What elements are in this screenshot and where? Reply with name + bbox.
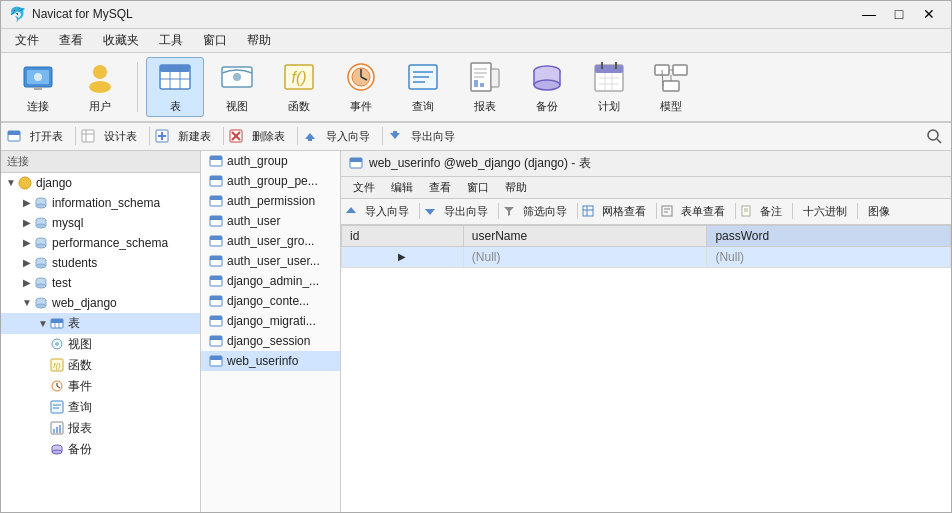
table-tool-image[interactable]: 图像 [862,201,896,222]
tree-label-test: test [52,276,71,290]
backup-folder-icon [49,441,65,457]
col-header-id[interactable]: id [342,225,464,246]
toolbar-event[interactable]: 事件 [332,57,390,117]
table-item-auth-group[interactable]: auth_group [201,151,340,171]
subtoolbar-new[interactable]: 新建表 [171,125,218,147]
cell-password[interactable]: (Null) [707,246,951,267]
menu-window[interactable]: 窗口 [193,30,237,51]
col-header-password[interactable]: passWord [707,225,951,246]
row-arrow-cell: ▶ [342,246,464,267]
table-tool-grid[interactable]: 网格查看 [596,201,652,222]
table-tool-hex[interactable]: 十六进制 [797,201,853,222]
toolbar-connect[interactable]: 连接 [9,57,67,117]
subtoolbar-delete[interactable]: 删除表 [245,125,292,147]
svg-rect-3 [34,87,42,90]
toolbar-view[interactable]: 视图 [208,57,266,117]
cell-username[interactable]: (Null) [463,246,707,267]
svg-rect-24 [491,69,499,87]
expand-arrow: ▶ [21,217,33,228]
table-item-icon [209,274,223,288]
report-icon [467,59,503,95]
menu-help[interactable]: 帮助 [237,30,281,51]
table-menu-edit[interactable]: 编辑 [383,179,421,196]
toolbar-model[interactable]: 模型 [642,57,700,117]
event-icon [343,59,379,95]
view-folder-icon [49,336,65,352]
table-item-auth-permission[interactable]: auth_permission [201,191,340,211]
right-panel: web_userinfo @web_django (django) - 表 文件… [341,151,951,512]
table-tool-import[interactable]: 导入向导 [359,201,415,222]
table-tool-form[interactable]: 表单查看 [675,201,731,222]
col-header-username[interactable]: userName [463,225,707,246]
export-icon [424,205,436,217]
tree-mysql[interactable]: ▶ mysql [1,213,200,233]
toolbar-model-label: 模型 [660,99,682,114]
table-item-django-conte[interactable]: django_conte... [201,291,340,311]
svg-rect-139 [210,356,222,360]
table-item-django-session[interactable]: django_session [201,331,340,351]
toolbar-table-label: 表 [170,99,181,114]
menu-favorites[interactable]: 收藏夹 [93,30,149,51]
subtoolbar-design[interactable]: 设计表 [97,125,144,147]
toolbar-user[interactable]: 用户 [71,57,129,117]
tree-info-schema[interactable]: ▶ information_schema [1,193,200,213]
table-menu-view[interactable]: 查看 [421,179,459,196]
table-item-auth-user-gro[interactable]: auth_user_gro... [201,231,340,251]
tree-folder-backup[interactable]: ▶ 备份 [1,439,200,460]
tree-folder-event[interactable]: ▶ 事件 [1,376,200,397]
subtoolbar-import[interactable]: 导入向导 [319,125,377,147]
tree-label-perfschema: performance_schema [52,236,168,250]
table-item-auth-group-pe[interactable]: auth_group_pe... [201,171,340,191]
tree-students[interactable]: ▶ students [1,253,200,273]
tree-perfschema[interactable]: ▶ performance_schema [1,233,200,253]
table-menu-file[interactable]: 文件 [345,179,383,196]
menu-tools[interactable]: 工具 [149,30,193,51]
db-icon [33,255,49,271]
toolbar-function[interactable]: f() 函数 [270,57,328,117]
table-menu-window[interactable]: 窗口 [459,179,497,196]
table-item-django-migrati[interactable]: django_migrati... [201,311,340,331]
tree-webdjango[interactable]: ▼ web_django [1,293,200,313]
tree-folder-report[interactable]: ▶ 报表 [1,418,200,439]
close-button[interactable]: ✕ [915,3,943,25]
table-item-web-userinfo[interactable]: web_userinfo [201,351,340,371]
table-item-auth-user[interactable]: auth_user [201,211,340,231]
tree-folder-view[interactable]: ▶ 视图 [1,334,200,355]
tree-folder-func[interactable]: ▶ f() 函数 [1,355,200,376]
table-tool-note[interactable]: 备注 [754,201,788,222]
minimize-button[interactable]: — [855,3,883,25]
tree-root-django[interactable]: ▼ django [1,173,200,193]
toolbar-schedule[interactable]: 计划 [580,57,638,117]
table-row[interactable]: ▶ (Null) (Null) [342,246,951,267]
tree-label-webdjango: web_django [52,296,117,310]
table-item-django-admin[interactable]: django_admin_... [201,271,340,291]
table-tool-div-3 [577,203,578,219]
toolbar-backup[interactable]: 备份 [518,57,576,117]
table-item-auth-user-user[interactable]: auth_user_user... [201,251,340,271]
subtoolbar-open[interactable]: 打开表 [23,125,70,147]
svg-rect-50 [8,131,20,135]
svg-rect-29 [480,83,484,87]
svg-rect-129 [210,256,222,260]
subtoolbar-export[interactable]: 导出向导 [404,125,462,147]
tree-label-query: 查询 [68,399,92,416]
table-tool-export[interactable]: 导出向导 [438,201,494,222]
search-button[interactable] [923,125,945,147]
toolbar-query[interactable]: 查询 [394,57,452,117]
menu-file[interactable]: 文件 [5,30,49,51]
table-tool-filter[interactable]: 筛选向导 [517,201,573,222]
tree-folder-table[interactable]: ▼ 表 [1,313,200,334]
svg-rect-145 [662,206,672,216]
maximize-button[interactable]: □ [885,3,913,25]
backup-icon [529,59,565,95]
table-menu-help[interactable]: 帮助 [497,179,535,196]
model-icon [653,59,689,95]
expand-arrow: ▶ [21,197,33,208]
menu-view[interactable]: 查看 [49,30,93,51]
tree-folder-query[interactable]: ▶ 查询 [1,397,200,418]
tree-test[interactable]: ▶ test [1,273,200,293]
toolbar-table[interactable]: 表 [146,57,204,117]
toolbar-report[interactable]: 报表 [456,57,514,117]
db-icon [33,235,49,251]
sub-div-5 [382,127,383,145]
